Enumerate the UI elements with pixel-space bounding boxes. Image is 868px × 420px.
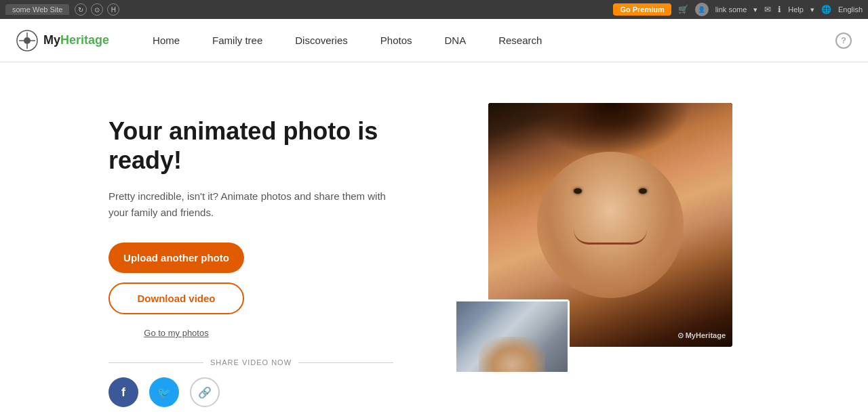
left-eye xyxy=(574,188,582,194)
subtitle-text: Pretty incredible, isn't it? Animate pho… xyxy=(108,188,393,221)
myheritage-logo-icon xyxy=(16,30,38,51)
main-content: Your animated photo is ready! Pretty inc… xyxy=(0,62,868,420)
nav-links: Home Family tree Discoveries Photos DNA … xyxy=(136,19,835,62)
browser-bar-right: Go Premium 🛒 👤 link some ▾ ✉ ℹ Help ▾ 🌐 … xyxy=(613,3,863,16)
nav-dna[interactable]: DNA xyxy=(428,19,482,62)
help-label[interactable]: Help xyxy=(788,5,804,14)
nav-right: ? xyxy=(835,33,852,49)
share-line-left xyxy=(108,362,203,363)
question-mark-icon[interactable]: ? xyxy=(835,33,852,49)
logo[interactable]: MyHeritage xyxy=(16,30,109,51)
facebook-share-button[interactable]: f xyxy=(108,377,138,407)
user-avatar: 👤 xyxy=(695,3,709,16)
thumbnail-image xyxy=(456,301,568,372)
myheritage-watermark: ⊙ MyHeritage xyxy=(677,331,726,340)
share-section: SHARE VIDEO NOW f 🐦 🔗 xyxy=(108,358,393,407)
social-icons: f 🐦 🔗 xyxy=(108,377,393,407)
nav-home[interactable]: Home xyxy=(136,19,196,62)
help-circle-icon: ℹ xyxy=(778,5,781,14)
right-section: ⊙ MyHeritage xyxy=(448,103,746,360)
share-label: SHARE VIDEO NOW xyxy=(210,358,292,366)
watermark-logo: ⊙ MyHeritage xyxy=(677,331,726,340)
lang-label[interactable]: English xyxy=(838,5,863,14)
twitter-icon: 🐦 xyxy=(157,386,171,399)
chevron-down-icon[interactable]: ▾ xyxy=(753,5,757,14)
share-divider: SHARE VIDEO NOW xyxy=(108,358,393,366)
right-eye xyxy=(639,188,647,194)
copy-link-button[interactable]: 🔗 xyxy=(190,377,220,407)
nav-discoveries[interactable]: Discoveries xyxy=(279,19,364,62)
download-video-button[interactable]: Download video xyxy=(108,282,244,314)
browser-tab[interactable]: some Web Site xyxy=(5,4,69,15)
user-name-label[interactable]: link some xyxy=(715,5,747,14)
svg-point-1 xyxy=(24,37,31,44)
refresh-icon[interactable]: ↻ xyxy=(75,3,87,16)
settings-icon[interactable]: ⊙ xyxy=(91,3,103,16)
eyes-area xyxy=(561,188,659,208)
browser-bar: some Web Site ↻ ⊙ H Go Premium 🛒 👤 link … xyxy=(0,0,868,19)
upload-another-photo-button[interactable]: Upload another photo xyxy=(108,243,244,273)
share-line-right xyxy=(298,362,393,363)
nav-research[interactable]: Research xyxy=(482,19,558,62)
face-highlight xyxy=(537,152,684,298)
globe-icon: 🌐 xyxy=(821,5,831,14)
left-section: Your animated photo is ready! Pretty inc… xyxy=(108,103,393,407)
history-icon[interactable]: H xyxy=(107,3,119,16)
facebook-icon: f xyxy=(121,385,125,400)
logo-text: MyHeritage xyxy=(43,33,109,47)
go-to-photos-link[interactable]: Go to my photos xyxy=(108,328,244,338)
twitter-share-button[interactable]: 🐦 xyxy=(149,377,179,407)
smile xyxy=(574,230,647,245)
link-icon: 🔗 xyxy=(198,386,212,399)
page-title: Your animated photo is ready! xyxy=(108,117,393,175)
go-premium-button[interactable]: Go Premium xyxy=(613,3,671,16)
navbar: MyHeritage Home Family tree Discoveries … xyxy=(0,19,868,62)
cart-icon[interactable]: 🛒 xyxy=(678,5,688,14)
help-chevron-icon[interactable]: ▾ xyxy=(810,5,814,14)
nav-family-tree[interactable]: Family tree xyxy=(196,19,279,62)
thumbnail-figure xyxy=(479,337,545,372)
mail-icon[interactable]: ✉ xyxy=(764,5,771,14)
browser-icons: ↻ ⊙ H xyxy=(75,3,119,16)
nav-photos[interactable]: Photos xyxy=(364,19,429,62)
thumbnail-photo xyxy=(454,299,570,374)
